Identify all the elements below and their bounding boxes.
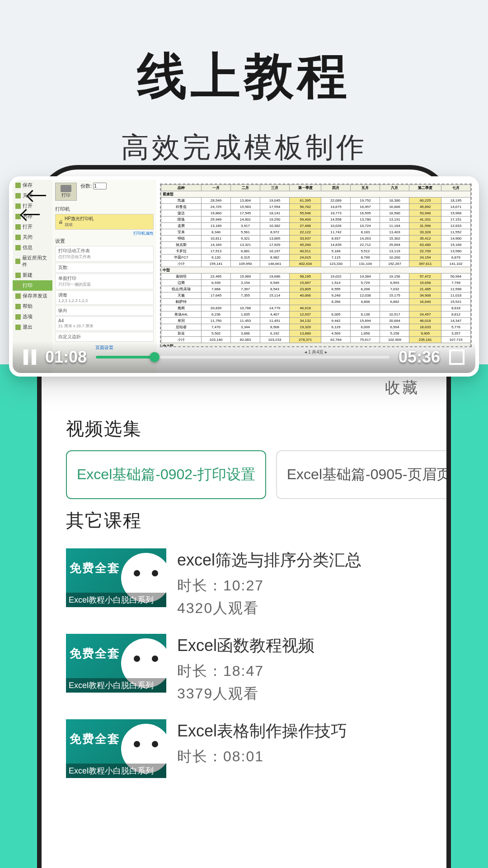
pause-button[interactable]: [23, 349, 36, 365]
progress-bar[interactable]: [96, 356, 389, 359]
excel-menu-item: 打印: [13, 280, 52, 291]
hero-subtitle: 高效完成模板制作: [0, 128, 488, 166]
course-thumbnail: 免费全套Excel教程小白脱白系列: [66, 719, 166, 778]
course-title: excel筛选与排序分类汇总: [177, 549, 422, 571]
current-time: 01:08: [45, 348, 87, 367]
favorite-label[interactable]: 收藏: [42, 377, 446, 407]
video-controls: 01:08 05:36: [13, 341, 475, 373]
hero-title: 线上教程: [0, 43, 488, 110]
course-duration: 时长：08:01: [177, 747, 422, 767]
excel-menu-item: 帮助: [13, 301, 52, 311]
video-player-card: 保存关闭打开另存打开关闭信息最近所用文件新建打印保存并发送帮助选项退出 打印 份…: [9, 176, 479, 377]
excel-menu-item: 退出: [13, 322, 52, 332]
excel-menu-item: 保存: [13, 180, 52, 190]
course-duration: 时长：10:27: [177, 576, 422, 596]
episode-card[interactable]: Excel基础篇-0905-页眉页: [276, 450, 446, 499]
course-thumbnail: 免费全套Excel教程小白脱白系列: [66, 634, 166, 693]
printer-select: 🖨HP激光打印机就绪: [55, 214, 154, 230]
course-item[interactable]: 免费全套Excel教程小白脱白系列Excel表格制作操作技巧时长：08:01: [66, 713, 422, 784]
excel-menu-item: 保存并发送: [13, 291, 52, 301]
total-time: 05:36: [399, 348, 440, 367]
course-title: Excel表格制作操作技巧: [177, 720, 422, 742]
course-list: 免费全套Excel教程小白脱白系列excel筛选与排序分类汇总时长：10:274…: [42, 542, 446, 784]
excel-menu-item: 打开: [13, 222, 52, 232]
excel-menu-item: 另存: [13, 211, 52, 222]
excel-menu-item: 打开: [13, 201, 52, 211]
episodes-title: 视频选集: [42, 407, 446, 450]
excel-menu-item: 最近所用文件: [13, 253, 52, 270]
fullscreen-button[interactable]: [449, 349, 465, 365]
excel-menu-item: 新建: [13, 270, 52, 280]
excel-menu-item: 选项: [13, 311, 52, 322]
episodes-row: Excel基础篇-0902-打印设置 Excel基础篇-0905-页眉页: [42, 450, 446, 499]
episode-card[interactable]: Excel基础篇-0902-打印设置: [66, 450, 266, 499]
copies-input: [93, 183, 107, 189]
other-courses-title: 其它课程: [42, 499, 446, 542]
course-views: 3379人观看: [177, 684, 422, 704]
excel-menu-item: 关闭: [13, 190, 52, 201]
course-duration: 时长：18:47: [177, 661, 422, 681]
print-button: 打印: [55, 183, 77, 201]
course-item[interactable]: 免费全套Excel教程小白脱白系列excel筛选与排序分类汇总时长：10:274…: [66, 542, 422, 627]
course-views: 4320人观看: [177, 599, 422, 618]
course-title: Excel函数教程视频: [177, 635, 422, 657]
course-thumbnail: 免费全套Excel教程小白脱白系列: [66, 548, 166, 607]
excel-menu-item: 信息: [13, 242, 52, 253]
course-item[interactable]: 免费全套Excel教程小白脱白系列Excel函数教程视频时长：18:473379…: [66, 627, 422, 713]
excel-menu-item: 关闭: [13, 232, 52, 242]
